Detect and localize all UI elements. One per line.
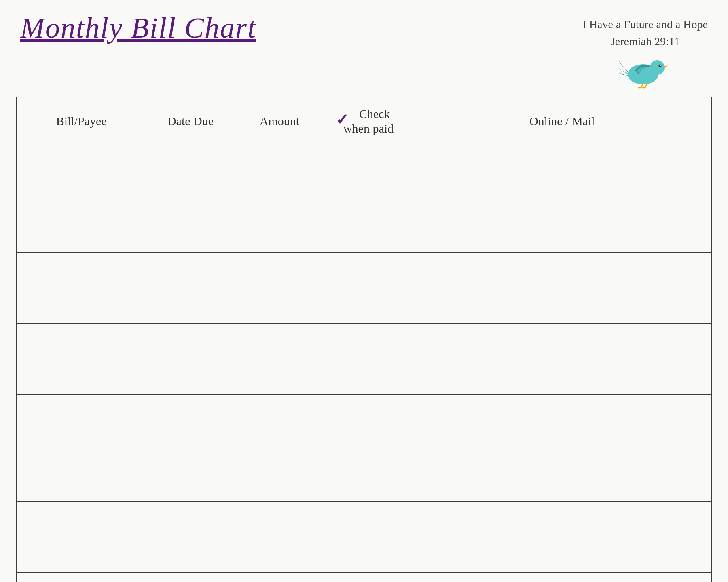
table-row bbox=[17, 288, 711, 323]
cell-online bbox=[413, 430, 711, 466]
svg-point-8 bbox=[656, 65, 657, 67]
cell-amount bbox=[235, 217, 324, 252]
cell-date bbox=[146, 537, 235, 572]
cell-check bbox=[324, 501, 413, 537]
cell-check bbox=[324, 181, 413, 217]
table-container: Bill/Payee Date Due Amount ✓ Check when … bbox=[0, 97, 728, 582]
cell-online bbox=[413, 501, 711, 537]
cell-bill bbox=[17, 288, 146, 323]
cell-date bbox=[146, 252, 235, 288]
table-row bbox=[17, 394, 711, 430]
cell-check bbox=[324, 217, 413, 252]
cell-check bbox=[324, 572, 413, 582]
header-right: I Have a Future and a Hope Jeremiah 29:1… bbox=[583, 12, 708, 89]
cell-amount bbox=[235, 537, 324, 572]
cell-date bbox=[146, 572, 235, 582]
cell-amount bbox=[235, 572, 324, 582]
cell-amount bbox=[235, 466, 324, 501]
cell-check bbox=[324, 323, 413, 359]
cell-online bbox=[413, 323, 711, 359]
table-row bbox=[17, 146, 711, 181]
cell-bill bbox=[17, 537, 146, 572]
main-title: Monthly Bill Chart bbox=[20, 12, 256, 44]
cell-amount bbox=[235, 181, 324, 217]
cell-date bbox=[146, 181, 235, 217]
table-row bbox=[17, 252, 711, 288]
cell-online bbox=[413, 181, 711, 217]
cell-bill bbox=[17, 146, 146, 181]
cell-online bbox=[413, 217, 711, 252]
cell-amount bbox=[235, 288, 324, 323]
table-row bbox=[17, 323, 711, 359]
cell-online bbox=[413, 572, 711, 582]
cell-date bbox=[146, 146, 235, 181]
cell-date bbox=[146, 288, 235, 323]
cell-bill bbox=[17, 430, 146, 466]
cell-bill bbox=[17, 394, 146, 430]
subtitle-line2: Jeremiah 29:11 bbox=[611, 35, 680, 48]
subtitle-text: I Have a Future and a Hope Jeremiah 29:1… bbox=[583, 16, 708, 50]
cell-check bbox=[324, 394, 413, 430]
cell-check bbox=[324, 537, 413, 572]
cell-date bbox=[146, 430, 235, 466]
cell-date bbox=[146, 466, 235, 501]
table-header-row: Bill/Payee Date Due Amount ✓ Check when … bbox=[17, 97, 711, 146]
cell-bill bbox=[17, 466, 146, 501]
cell-check bbox=[324, 466, 413, 501]
cell-bill bbox=[17, 252, 146, 288]
cell-check bbox=[324, 146, 413, 181]
cell-check bbox=[324, 430, 413, 466]
table-row bbox=[17, 217, 711, 252]
cell-online bbox=[413, 288, 711, 323]
cell-amount bbox=[235, 430, 324, 466]
cell-amount bbox=[235, 501, 324, 537]
table-row bbox=[17, 466, 711, 501]
cell-online bbox=[413, 146, 711, 181]
table-row bbox=[17, 501, 711, 537]
check-header-content: ✓ Check when paid bbox=[328, 107, 409, 135]
cell-date bbox=[146, 359, 235, 394]
cell-check bbox=[324, 288, 413, 323]
cell-bill bbox=[17, 359, 146, 394]
cell-date bbox=[146, 501, 235, 537]
col-header-check: ✓ Check when paid bbox=[324, 97, 413, 146]
subtitle-line1: I Have a Future and a Hope bbox=[583, 18, 708, 31]
cell-amount bbox=[235, 146, 324, 181]
cell-check bbox=[324, 359, 413, 394]
svg-point-2 bbox=[659, 65, 662, 67]
bill-table: Bill/Payee Date Due Amount ✓ Check when … bbox=[16, 97, 712, 582]
table-row bbox=[17, 537, 711, 572]
header: Monthly Bill Chart I Have a Future and a… bbox=[0, 0, 728, 97]
page-wrapper: Monthly Bill Chart I Have a Future and a… bbox=[0, 0, 728, 582]
cell-amount bbox=[235, 394, 324, 430]
table-row bbox=[17, 359, 711, 394]
cell-online bbox=[413, 359, 711, 394]
col-header-date: Date Due bbox=[146, 97, 235, 146]
cell-date bbox=[146, 394, 235, 430]
table-row bbox=[17, 572, 711, 582]
cell-amount bbox=[235, 323, 324, 359]
cell-date bbox=[146, 217, 235, 252]
cell-bill bbox=[17, 501, 146, 537]
col-header-bill: Bill/Payee bbox=[17, 97, 146, 146]
check-label-line2: when paid bbox=[343, 122, 394, 135]
checkmark-symbol: ✓ bbox=[336, 112, 349, 127]
cell-online bbox=[413, 466, 711, 501]
cell-bill bbox=[17, 181, 146, 217]
cell-online bbox=[413, 252, 711, 288]
cell-online bbox=[413, 537, 711, 572]
cell-date bbox=[146, 323, 235, 359]
col-header-online: Online / Mail bbox=[413, 97, 711, 146]
svg-point-1 bbox=[650, 60, 665, 75]
cell-amount bbox=[235, 252, 324, 288]
title-area: Monthly Bill Chart bbox=[20, 12, 256, 44]
check-label-line1: Check bbox=[347, 107, 390, 121]
cell-bill bbox=[17, 323, 146, 359]
col-header-amount: Amount bbox=[235, 97, 324, 146]
cell-check bbox=[324, 252, 413, 288]
cell-bill bbox=[17, 572, 146, 582]
bird-svg bbox=[617, 52, 673, 89]
cell-online bbox=[413, 394, 711, 430]
cell-bill bbox=[17, 217, 146, 252]
table-row bbox=[17, 181, 711, 217]
